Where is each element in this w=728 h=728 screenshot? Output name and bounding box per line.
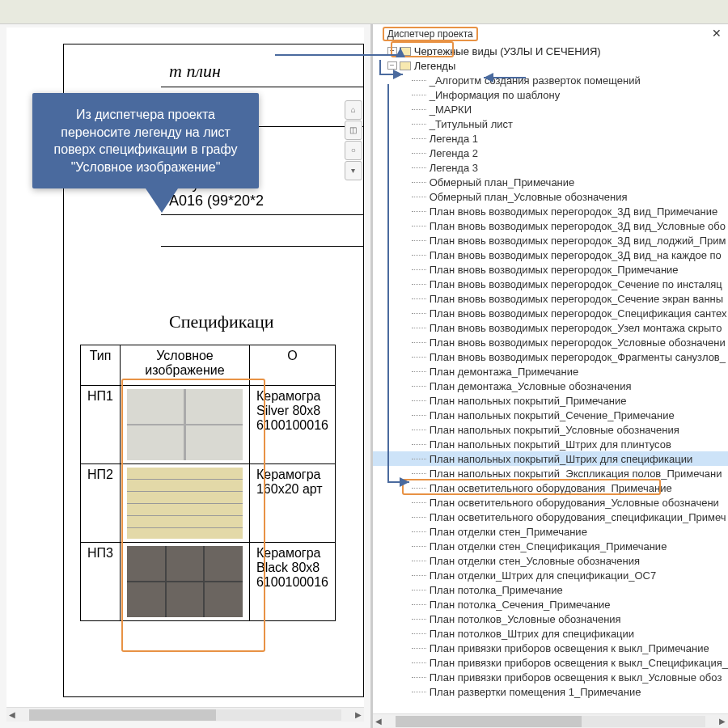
project-browser-panel: Диспетчер проекта ✕ Чертежные виды (УЗЛЫ…	[370, 24, 728, 728]
tree-item[interactable]: План напольных покрытий_Экспликация поло…	[373, 466, 728, 480]
panel-title[interactable]: Диспетчер проекта	[383, 27, 478, 41]
panel-header: Диспетчер проекта ✕	[373, 24, 728, 42]
tree-item[interactable]: План осветительного оборудования_специфи…	[373, 510, 728, 524]
tree-item[interactable]: Легенда 2	[373, 146, 728, 160]
tree-item[interactable]: _Алгоритм создания разверток помещений	[373, 73, 728, 87]
tree-item[interactable]: _Титульный лист	[373, 116, 728, 131]
plintus-code: А016 (99*20*2	[64, 193, 363, 210]
expand-icon[interactable]	[387, 47, 397, 55]
tree-item[interactable]: План вновь возводимых перегородок_Специф…	[373, 306, 728, 320]
tree-item[interactable]: Легенда 3	[373, 160, 728, 175]
tree-item[interactable]: План демонтажа_Условные обозначения	[373, 379, 728, 393]
tree-item[interactable]: План привязки приборов освещения к выкл_…	[373, 655, 728, 670]
tree-item[interactable]: План вновь возводимых перегородок_Примеч…	[373, 262, 728, 277]
tree-item[interactable]: План отделки_Штрих для спецификации_ОС7	[373, 568, 728, 582]
tree-item[interactable]: План вновь возводимых перегородок_Условн…	[373, 335, 728, 349]
tree-item[interactable]: План осветительного оборудования_Условны…	[373, 495, 728, 510]
spec-title: Спецификаци	[64, 311, 363, 332]
project-tree[interactable]: Чертежные виды (УЗЛЫ И СЕЧЕНИЯ)Легенды_А…	[373, 42, 728, 728]
tree-item[interactable]: План потолка_Примечание	[373, 582, 728, 597]
h-scrollbar[interactable]: ◀▶	[6, 707, 364, 722]
tree-item[interactable]: План напольных покрытий_Штрих для специф…	[373, 451, 728, 466]
sheet-icon	[400, 61, 411, 70]
tree-item[interactable]: План напольных покрытий_Сечение_Примечан…	[373, 408, 728, 422]
tree-item[interactable]: План вновь возводимых перегородок_3Д вид…	[373, 204, 728, 218]
expand-icon[interactable]	[387, 61, 397, 70]
tree-branch[interactable]: Чертежные виды (УЗЛЫ И СЕЧЕНИЯ)	[373, 44, 728, 58]
tree-item[interactable]: План отделки стен_Примечание	[373, 524, 728, 539]
tree-item[interactable]: Обмерный план_Условные обозначения	[373, 189, 728, 204]
instruction-callout: Из диспетчера проекта переносите легенду…	[32, 93, 259, 188]
tree-item[interactable]: План привязки приборов освещения к выкл_…	[373, 670, 728, 684]
tree-item[interactable]: План отделки стен_Условные обозначения	[373, 553, 728, 568]
tree-item[interactable]: План вновь возводимых перегородок_3Д вид…	[373, 218, 728, 233]
tree-item[interactable]: План вновь возводимых перегородок_3Д вид…	[373, 248, 728, 262]
tree-item[interactable]: План вновь возводимых перегородок_Фрагме…	[373, 349, 728, 364]
tool-btn[interactable]: ○	[345, 141, 362, 160]
view-toolbar: ⌂ ◫ ○ ▾	[345, 100, 364, 181]
tree-item[interactable]: План вновь возводимых перегородок_3Д вид…	[373, 233, 728, 248]
tree-item[interactable]: План напольных покрытий_Штрих для плинту…	[373, 437, 728, 451]
th-type: Тип	[81, 345, 121, 386]
highlight-swatch-column	[121, 379, 265, 652]
tree-item[interactable]: Легенда 1	[373, 131, 728, 146]
app-top-bar	[0, 0, 728, 24]
tree-item[interactable]: План вновь возводимых перегородок_Сечени…	[373, 277, 728, 291]
tree-item[interactable]: План отделки стен_Спецификация_Примечани…	[373, 539, 728, 553]
sheet-icon	[400, 47, 411, 56]
tree-item[interactable]: План демонтажа_Примечание	[373, 364, 728, 379]
tree-item[interactable]: План вновь возводимых перегородок_Узел м…	[373, 320, 728, 335]
tree-item[interactable]: План потолка_Сечения_Примечание	[373, 597, 728, 612]
tree-item[interactable]: План потолков_Штрих для спецификации	[373, 626, 728, 641]
tree-item[interactable]: План напольных покрытий_Условные обознач…	[373, 422, 728, 437]
tree-item[interactable]: План напольных покрытий_Примечание	[373, 393, 728, 408]
tree-item[interactable]: План потолков_Условные обозначения	[373, 612, 728, 626]
tree-item[interactable]: Обмерный план_Примечание	[373, 175, 728, 189]
close-icon[interactable]: ✕	[709, 27, 725, 40]
h-scrollbar-right[interactable]: ◀▶	[373, 713, 728, 728]
tree-item[interactable]: План привязки приборов освещения к выкл_…	[373, 641, 728, 655]
tool-btn[interactable]: ▾	[345, 161, 362, 180]
tree-item[interactable]: _МАРКИ	[373, 102, 728, 116]
tree-item[interactable]: План осветительного оборудования_Примеча…	[373, 480, 728, 495]
tool-btn[interactable]: ⌂	[345, 100, 362, 120]
tree-branch[interactable]: Легенды	[373, 58, 728, 73]
drawing-title: т плин	[64, 61, 363, 82]
tree-item[interactable]: План вновь возводимых перегородок_Сечени…	[373, 291, 728, 306]
tool-btn[interactable]: ◫	[345, 121, 362, 140]
tree-item[interactable]: _Информация по шаблону	[373, 87, 728, 102]
tree-item[interactable]: План развертки помещения 1_Примечание	[373, 684, 728, 699]
